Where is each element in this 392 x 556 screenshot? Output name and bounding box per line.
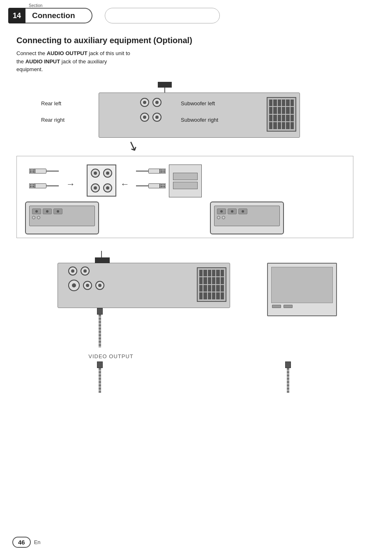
cable-plug-left-bottom bbox=[29, 183, 59, 188]
video-grid-connector bbox=[197, 267, 226, 302]
section-badge: 14 bbox=[8, 8, 25, 23]
arrow-left-1: ← bbox=[120, 179, 129, 190]
rca-connector-center-top-r bbox=[103, 169, 112, 178]
tv-screen bbox=[271, 267, 333, 303]
diagram-3: VIDEO OUTPUT bbox=[16, 250, 353, 407]
header-right-pill bbox=[105, 8, 220, 23]
diagram-1: Rear left Rear right Subwoofer left Subw… bbox=[16, 82, 353, 152]
section-label: Section bbox=[29, 3, 384, 8]
header-title-pill: Connection bbox=[25, 8, 92, 23]
rca-connector bbox=[140, 98, 149, 107]
cable-plug-right-bottom bbox=[136, 183, 166, 188]
rca-connectors-left bbox=[140, 98, 161, 122]
bottom-cable-right bbox=[284, 361, 292, 393]
section-heading: Connecting to auxiliary equipment (Optio… bbox=[16, 36, 376, 45]
rca-connector-center-bot-l bbox=[91, 183, 100, 192]
video-rca-2 bbox=[81, 266, 90, 276]
rca-connector bbox=[152, 98, 161, 107]
cable-plug-right-top bbox=[136, 169, 166, 174]
cable-plug-left-top bbox=[29, 169, 59, 174]
rca-connector bbox=[140, 113, 149, 122]
rca-connector-center-top-l bbox=[91, 169, 100, 178]
rca-connector-center-bot-r bbox=[103, 183, 112, 192]
amp-box-right bbox=[210, 202, 284, 234]
subwoofer-right-label: Subwoofer right bbox=[181, 117, 218, 123]
rear-right-label: Rear right bbox=[41, 117, 65, 123]
arrow-down-right: ↘ bbox=[125, 136, 141, 155]
arrow-right-1: → bbox=[66, 179, 75, 190]
video-cable-down bbox=[96, 308, 104, 348]
footer: 46 En bbox=[12, 537, 41, 548]
grid-connector bbox=[267, 97, 296, 132]
description: Connect the AUDIO OUTPUT jack of this un… bbox=[16, 49, 131, 74]
video-panel-box bbox=[58, 263, 230, 308]
right-connector-box bbox=[169, 164, 202, 197]
subwoofer-left-label: Subwoofer left bbox=[181, 100, 215, 107]
video-rca-large-1 bbox=[68, 280, 80, 291]
center-rca-connectors bbox=[87, 164, 116, 197]
footer-lang: En bbox=[34, 539, 41, 545]
video-rca-group bbox=[68, 266, 104, 291]
page-number-badge: 46 bbox=[12, 537, 31, 548]
tv-monitor bbox=[267, 263, 337, 316]
rca-connector bbox=[152, 113, 161, 122]
diagram-2: → ← bbox=[16, 156, 353, 238]
amp-box-left bbox=[25, 202, 99, 234]
rear-left-label: Rear left bbox=[41, 100, 61, 107]
video-rca-4 bbox=[95, 281, 104, 290]
rear-panel-box bbox=[99, 93, 300, 138]
video-rca-1 bbox=[68, 266, 77, 276]
video-output-label: VIDEO OUTPUT bbox=[86, 353, 136, 359]
video-rca-3 bbox=[83, 281, 92, 290]
bottom-cable-left bbox=[96, 361, 104, 393]
